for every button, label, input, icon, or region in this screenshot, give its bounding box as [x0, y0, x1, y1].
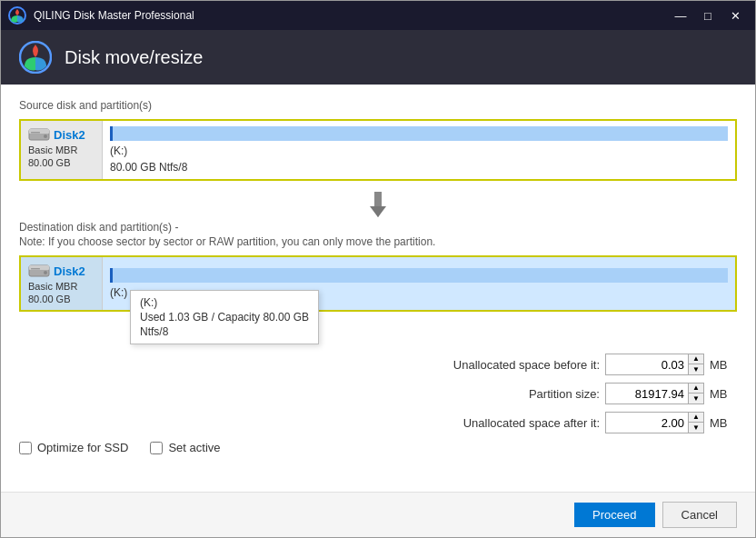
source-disk-type: Basic MBR	[28, 144, 77, 155]
svg-rect-5	[31, 132, 40, 134]
dest-bar-rest	[113, 268, 728, 283]
dest-label: Destination disk and partition(s) -	[19, 221, 737, 234]
svg-point-11	[44, 271, 47, 274]
dest-disk-type: Basic MBR	[28, 281, 77, 292]
source-disk-size: 80.00 GB	[28, 157, 70, 168]
partition-size-input[interactable]	[606, 384, 688, 404]
unallocated-before-spin-down[interactable]: ▼	[689, 364, 703, 374]
dest-disk-info: Disk2 Basic MBR 80.00 GB	[21, 257, 103, 310]
source-disk-visual: (K:) 80.00 GB Ntfs/8	[103, 121, 735, 179]
dest-disk-name: Disk2	[54, 264, 85, 278]
dest-disk-size: 80.00 GB	[28, 294, 70, 304]
partition-size-spin-down[interactable]: ▼	[689, 394, 703, 404]
source-disk-name-row: Disk2	[28, 126, 85, 143]
unallocated-after-spinners: ▲ ▼	[688, 413, 703, 433]
close-button[interactable]: ✕	[722, 5, 748, 25]
set-active-label: Set active	[168, 441, 220, 454]
dialog-icon	[19, 41, 52, 74]
set-active-checkbox-label[interactable]: Set active	[150, 441, 220, 454]
source-disk-name: Disk2	[54, 128, 85, 142]
optimize-ssd-checkbox[interactable]	[19, 442, 32, 454]
main-window: QILING Disk Master Professional — □ ✕ Di…	[0, 0, 756, 538]
unallocated-after-spin-down[interactable]: ▼	[689, 423, 703, 433]
source-disk-row: Disk2 Basic MBR 80.00 GB (K:) 80.00 GB N…	[19, 119, 737, 181]
dialog-content: Source disk and partition(s) Disk2 Basic…	[1, 85, 755, 492]
maximize-button[interactable]: □	[695, 5, 721, 25]
cancel-button[interactable]: Cancel	[662, 502, 737, 528]
unallocated-before-spinners: ▲ ▼	[688, 354, 703, 374]
window-title: QILING Disk Master Professional	[34, 9, 668, 22]
checkboxes-row: Optimize for SSD Set active	[19, 441, 737, 454]
dialog-footer: Proceed Cancel	[1, 492, 755, 537]
source-hdd-icon	[28, 126, 50, 143]
partition-size-label: Partition size:	[529, 387, 600, 401]
title-bar: QILING Disk Master Professional — □ ✕	[1, 1, 755, 30]
dialog-header: Disk move/resize	[1, 30, 755, 85]
unallocated-before-row: Unallocated space before it: ▲ ▼ MB	[19, 354, 737, 375]
unallocated-before-input-wrapper: ▲ ▼	[605, 354, 704, 375]
unallocated-before-spin-up[interactable]: ▲	[689, 354, 703, 364]
svg-marker-8	[370, 206, 386, 217]
set-active-checkbox[interactable]	[150, 442, 163, 454]
dest-disk-name-row: Disk2	[28, 263, 85, 279]
svg-rect-7	[374, 192, 382, 206]
partition-size-unit: MB	[710, 387, 737, 401]
source-bar-rest	[113, 126, 728, 141]
source-partition-label: (K:)	[110, 144, 728, 157]
unallocated-after-label: Unallocated space after it:	[463, 416, 600, 430]
unallocated-after-input-wrapper: ▲ ▼	[605, 412, 704, 433]
app-icon	[8, 6, 26, 25]
unallocated-before-input[interactable]	[606, 354, 688, 374]
source-partition-detail: 80.00 GB Ntfs/8	[110, 161, 728, 174]
source-partition-bar	[110, 126, 728, 141]
partition-size-spin-up[interactable]: ▲	[689, 384, 703, 394]
proceed-button[interactable]: Proceed	[574, 503, 654, 527]
window-controls: — □ ✕	[668, 5, 748, 25]
dest-hdd-icon	[28, 263, 50, 279]
partition-size-spinners: ▲ ▼	[688, 384, 703, 404]
dest-partition-bar	[110, 268, 728, 283]
svg-point-4	[44, 134, 47, 138]
unallocated-after-input[interactable]	[606, 413, 688, 433]
dest-disk-row: Disk2 Basic MBR 80.00 GB (K:) (K:) Used …	[19, 255, 737, 312]
minimize-button[interactable]: —	[668, 5, 693, 25]
source-label: Source disk and partition(s)	[19, 99, 737, 112]
unallocated-after-unit: MB	[710, 416, 737, 430]
fields-section: Unallocated space before it: ▲ ▼ MB Part…	[19, 354, 737, 433]
tooltip-line2: Used 1.03 GB / Capacity 80.00 GB	[140, 311, 309, 324]
dialog-title: Disk move/resize	[65, 47, 203, 68]
svg-rect-12	[31, 268, 40, 270]
partition-size-row: Partition size: ▲ ▼ MB	[19, 383, 737, 404]
tooltip-line3: Ntfs/8	[140, 325, 309, 338]
optimize-ssd-label: Optimize for SSD	[37, 441, 128, 454]
arrow-down-icon	[19, 192, 737, 217]
unallocated-after-spin-up[interactable]: ▲	[689, 413, 703, 423]
dest-note: Note: If you choose sector by sector or …	[19, 235, 737, 248]
unallocated-before-label: Unallocated space before it:	[453, 358, 600, 372]
tooltip-line1: (K:)	[140, 296, 309, 309]
partition-size-input-wrapper: ▲ ▼	[605, 383, 704, 404]
unallocated-before-unit: MB	[710, 358, 737, 372]
unallocated-after-row: Unallocated space after it: ▲ ▼ MB	[19, 412, 737, 433]
partition-tooltip: (K:) Used 1.03 GB / Capacity 80.00 GB Nt…	[130, 290, 319, 344]
optimize-ssd-checkbox-label[interactable]: Optimize for SSD	[19, 441, 128, 454]
source-disk-info: Disk2 Basic MBR 80.00 GB	[21, 121, 103, 179]
